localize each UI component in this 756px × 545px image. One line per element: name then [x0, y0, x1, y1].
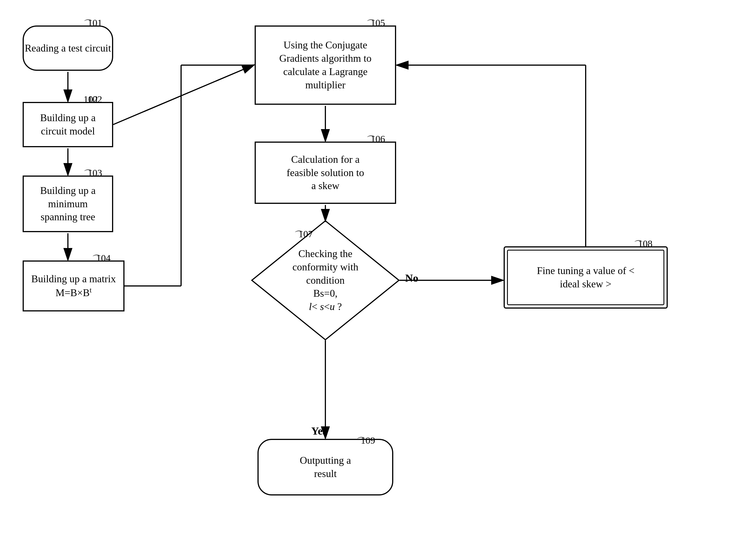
annotation-103-num: 103: [88, 168, 102, 178]
node-101-label: Reading a test circuit: [25, 42, 111, 55]
node-102-label: Building up acircuit model: [40, 111, 96, 138]
annotation-106-num: 106: [371, 134, 385, 144]
node-103-spanning-tree: Building up aminimumspanning tree: [23, 175, 113, 232]
yes-label: Yes: [311, 425, 327, 437]
node-109-label: Outputting aresult: [300, 454, 351, 480]
node-109-output-result: Outputting aresult: [257, 439, 393, 495]
node-101-reading-test-circuit: Reading a test circuit: [23, 25, 113, 71]
node-104-label: Building up a matrixM=B×Bt: [31, 272, 116, 300]
node-108-label: Fine tuning a value of <ideal skew >: [537, 264, 634, 291]
node-103-label: Building up aminimumspanning tree: [40, 184, 96, 224]
annotation-105-num: 105: [371, 18, 385, 28]
node-105-conjugate-gradients: Using the ConjugateGradients algorithm t…: [255, 25, 396, 105]
node-104-matrix: Building up a matrixM=B×Bt: [23, 260, 124, 312]
svg-line-6: [113, 65, 254, 124]
node-108-fine-tuning: Fine tuning a value of <ideal skew >: [504, 246, 668, 309]
flowchart-diagram: Reading a test circuit 101 ⌒ Building up…: [0, 0, 756, 545]
annotation-102-num: 102: [88, 94, 102, 105]
node-107-condition-check: Checking theconformity withconditionBs=0…: [252, 221, 399, 340]
no-label: No: [405, 272, 418, 284]
node-107-label: Checking theconformity withconditionBs=0…: [293, 247, 358, 314]
annotation-104-num: 104: [96, 253, 111, 263]
annotation-109-num: 109: [361, 435, 375, 446]
node-106-label: Calculation for afeasible solution toa s…: [287, 153, 364, 192]
node-105-label: Using the ConjugateGradients algorithm t…: [279, 38, 371, 91]
node-102-circuit-model: Building up acircuit model: [23, 102, 113, 147]
annotation-108-num: 108: [638, 238, 652, 249]
node-106-feasible-solution: Calculation for afeasible solution toa s…: [255, 141, 396, 204]
annotation-101-curve: ⌒: [83, 18, 93, 31]
annotation-107-num: 107: [298, 229, 313, 239]
